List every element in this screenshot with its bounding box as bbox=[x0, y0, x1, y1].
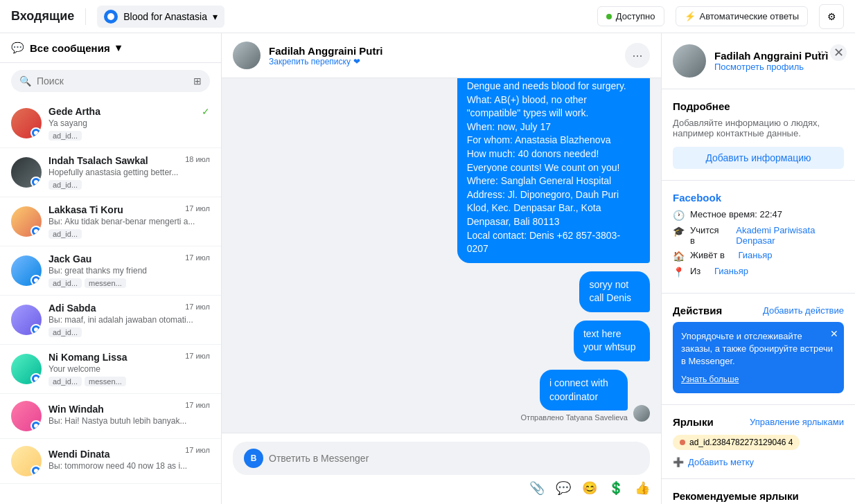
conv-preview: Ya sayang bbox=[49, 118, 210, 128]
chat-header-info: Fadilah Anggraini Putri Закрепить перепи… bbox=[269, 45, 617, 66]
rp-details-section: Подробнее Добавляйте информацию о людях,… bbox=[662, 89, 855, 181]
conversation-item[interactable]: Ni Komang Lissa Your welcome ad_id...mes… bbox=[0, 345, 221, 394]
conv-avatar bbox=[11, 108, 42, 138]
conversation-item[interactable]: Lakkasa Ti Koru Вы: Aku tidak benar-bena… bbox=[0, 197, 221, 246]
inbox-selector[interactable]: Blood for Anastasia ▾ bbox=[97, 6, 224, 28]
add-label-text: Добавить метку bbox=[688, 457, 754, 467]
conv-time: 17 июл bbox=[185, 446, 210, 454]
manage-labels-link[interactable]: Управление ярлыками bbox=[750, 417, 844, 427]
chevron-down-icon: ▾ bbox=[213, 11, 218, 22]
svg-point-0 bbox=[107, 13, 114, 20]
studies-link[interactable]: Akademi Pariwisata Denpasar bbox=[736, 225, 844, 246]
settings-button[interactable]: ⚙ bbox=[819, 4, 844, 29]
rp-facebook-section: Facebook 🕐 Местное время: 22:47 🎓 Учится… bbox=[662, 181, 855, 294]
rp-close-button[interactable]: ✕ bbox=[830, 44, 847, 61]
conv-meta: ad_id...messen... bbox=[49, 377, 210, 386]
chat-bubble-icon: 💬 bbox=[11, 42, 24, 54]
conv-time: 17 июл bbox=[185, 303, 210, 311]
conv-meta: ad_id... bbox=[49, 327, 210, 337]
like-icon[interactable]: 👍 bbox=[635, 480, 650, 496]
message-bubble: i connect with coordinator bbox=[540, 370, 628, 411]
conv-time: 17 июл bbox=[185, 253, 210, 262]
input-toolbar: 📎 💬 😊 💲 👍 bbox=[233, 475, 650, 496]
search-box: 🔍 ⊞ bbox=[11, 70, 210, 92]
label-dot bbox=[680, 440, 685, 445]
messenger-badge bbox=[30, 324, 42, 335]
location-icon: 📍 bbox=[673, 267, 685, 278]
chat-input[interactable] bbox=[269, 453, 639, 464]
conversation-item[interactable]: Gede Artha Ya sayang ad_id... ✓ bbox=[0, 99, 221, 148]
add-action-link[interactable]: Добавить действие bbox=[763, 305, 844, 316]
svg-point-4 bbox=[34, 278, 38, 282]
conv-avatar bbox=[11, 354, 42, 384]
lives-link[interactable]: Гианьяр bbox=[739, 250, 773, 260]
emoji-icon[interactable]: 😊 bbox=[582, 480, 597, 496]
filter-selector[interactable]: 💬 Все сообщения ▾ bbox=[11, 42, 121, 54]
conv-meta: ad_id...messen... bbox=[49, 278, 210, 288]
inbox-icon bbox=[104, 10, 118, 24]
lives-row: 🏠 Живёт в Гианьяр bbox=[673, 250, 844, 262]
attachment-icon[interactable]: 📎 bbox=[529, 480, 545, 496]
payment-icon[interactable]: 💲 bbox=[608, 480, 624, 496]
note-icon[interactable]: 💬 bbox=[556, 480, 571, 496]
message-bubble: Thank you for trying to help our friend … bbox=[457, 78, 650, 263]
label-text: ad_id.2384782273129046 4 bbox=[689, 438, 793, 447]
add-label-button[interactable]: ➕ Добавить метку bbox=[673, 457, 844, 467]
sender-avatar: B bbox=[244, 449, 263, 468]
more-options-button[interactable]: ··· bbox=[625, 43, 650, 68]
from-link[interactable]: Гианьяр bbox=[714, 266, 748, 276]
conv-meta: ad_id... bbox=[49, 131, 210, 141]
rec-labels-title: Рекомендуемые ярлыки bbox=[673, 490, 844, 502]
message-row: Thank you for trying to help our friend … bbox=[233, 78, 650, 263]
local-time: Местное время: 22:47 bbox=[690, 209, 782, 219]
chat-header-actions: ··· bbox=[625, 43, 650, 68]
conv-preview: Вы: Hai! Nastya butuh lebih banyak... bbox=[49, 416, 210, 426]
filter-icon[interactable]: ⊞ bbox=[193, 75, 202, 87]
conversation-item[interactable]: Indah Tsalach Sawkal Hopefully anastasia… bbox=[0, 148, 221, 197]
conv-tag: ad_id... bbox=[49, 131, 82, 141]
conv-tag: ad_id... bbox=[49, 327, 82, 337]
label-tag: ad_id.2384782273129046 4 bbox=[673, 435, 800, 450]
gear-icon: ⚙ bbox=[827, 11, 836, 22]
status-dot bbox=[606, 14, 612, 19]
chat-area: Fadilah Anggraini Putri Закрепить перепи… bbox=[222, 33, 661, 504]
search-area: 🔍 ⊞ bbox=[0, 63, 221, 99]
conversation-item[interactable]: Jack Gau Вы: great thanks my friend ad_i… bbox=[0, 246, 221, 296]
add-info-button[interactable]: Добавить информацию bbox=[673, 147, 844, 169]
rp-labels-section: Ярлыки Управление ярлыками ad_id.2384782… bbox=[662, 405, 855, 479]
rp-header: Fadilah Anggraini Putri Посмотреть профи… bbox=[662, 33, 855, 89]
from-label: Из bbox=[690, 266, 700, 276]
conversation-item[interactable]: Wendi Dinata Вы: tommorow need 40 now 18… bbox=[0, 439, 221, 484]
search-input[interactable] bbox=[37, 75, 188, 87]
conv-tag: ad_id... bbox=[49, 377, 82, 386]
action-banner-close[interactable]: ✕ bbox=[830, 327, 838, 341]
message-row: i connect with coordinator Отправлено Ta… bbox=[233, 370, 650, 422]
filter-label: Все сообщения bbox=[30, 42, 110, 54]
view-profile-link[interactable]: Посмотреть профиль bbox=[714, 62, 828, 72]
search-icon: 🔍 bbox=[19, 75, 31, 87]
chat-contact-name: Fadilah Anggraini Putri bbox=[269, 45, 617, 57]
conv-avatar bbox=[11, 446, 42, 476]
messenger-badge bbox=[30, 373, 42, 384]
conversation-item[interactable]: Adi Sabda Вы: maaf, ini adalah jawaban o… bbox=[0, 296, 221, 345]
status-button[interactable]: Доступно bbox=[597, 6, 664, 26]
labels-header: Ярлыки Управление ярлыками bbox=[673, 416, 844, 428]
conv-time: 17 июл bbox=[185, 204, 210, 213]
main-layout: 💬 Все сообщения ▾ 🔍 ⊞ Gede Artha Ya saya… bbox=[0, 33, 855, 504]
learn-more-link[interactable]: Узнать больше bbox=[681, 374, 739, 386]
pin-label[interactable]: Закрепить переписку ❤ bbox=[269, 57, 617, 66]
conversation-item[interactable]: Win Windah Вы: Hai! Nastya butuh lebih b… bbox=[0, 394, 221, 439]
conv-time: 18 июл bbox=[185, 155, 210, 163]
action-banner-links: Узнать больше bbox=[681, 374, 836, 386]
pin-icon: ❤ bbox=[353, 57, 360, 66]
clock-icon: 🕐 bbox=[673, 210, 685, 221]
studies-label: Учится в bbox=[690, 225, 723, 246]
auto-replies-button[interactable]: ⚡ Автоматические ответы bbox=[676, 6, 808, 26]
svg-point-5 bbox=[34, 327, 38, 332]
svg-point-1 bbox=[34, 131, 38, 135]
svg-point-2 bbox=[34, 180, 38, 184]
rp-more-options[interactable]: ··· bbox=[817, 44, 827, 59]
fb-title: Facebook bbox=[673, 192, 844, 204]
conv-tag: messen... bbox=[85, 278, 126, 288]
rp-avatar bbox=[673, 44, 706, 78]
